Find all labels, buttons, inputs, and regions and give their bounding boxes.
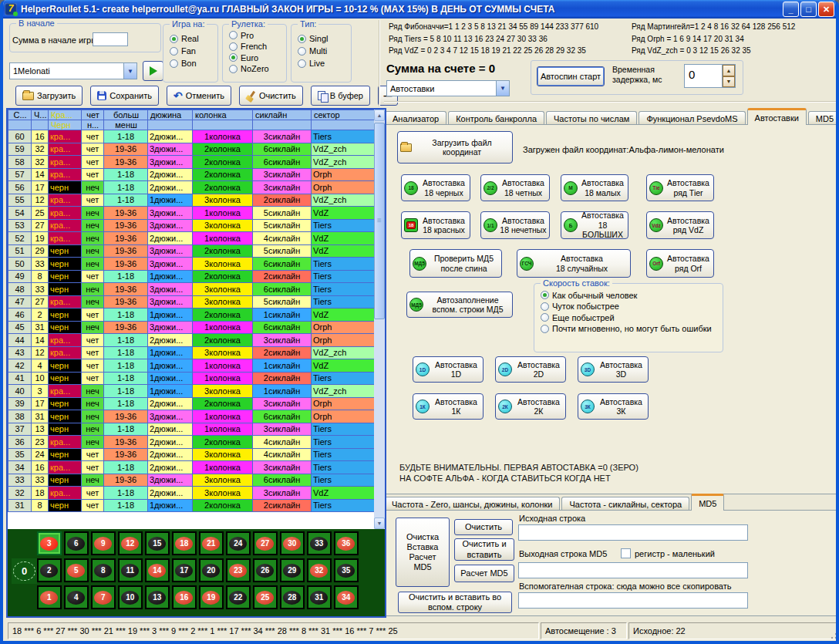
table-row[interactable]: 3416кра...чет1-182дюжи...1колонка3сиклай… [8, 461, 375, 474]
table-row[interactable]: 5512кра...чет1-181дюжи...3колонка2сиклай… [8, 194, 375, 207]
board-number-10[interactable]: 10 [118, 585, 143, 609]
toolbar-floppy-button[interactable]: Сохранить [90, 86, 159, 106]
autobet-2d-button[interactable]: 2DАвтоставка2D [495, 356, 566, 383]
table-scrollbar[interactable]: ▲ ▼ [374, 110, 385, 529]
board-number-24[interactable]: 24 [226, 531, 251, 555]
board-number-34[interactable]: 34 [334, 585, 359, 609]
maximize-button[interactable]: □ [800, 2, 817, 17]
autobet-3d-button[interactable]: 3DАвтоставка3D [578, 356, 649, 383]
radio-option[interactable]: Multi [298, 46, 351, 56]
table-row[interactable]: 4312кра...чет1-181дюжи...3колонка2сиклай… [8, 346, 375, 359]
board-number-26[interactable]: 26 [253, 558, 278, 582]
tab-автоставки[interactable]: Автоставки [747, 108, 807, 125]
resize-grip[interactable] [828, 630, 838, 640]
board-number-14[interactable]: 14 [145, 558, 170, 582]
table-row[interactable]: 4110чернчет1-181дюжи...1колонка2сиклайнT… [8, 372, 375, 385]
autospin-start-button[interactable]: Автоспин старт [537, 66, 605, 86]
radio-option[interactable]: Euro [229, 53, 286, 62]
table-row[interactable]: 5832кра...чет19-363дюжи...2колонка6сикла… [8, 156, 375, 169]
board-number-32[interactable]: 32 [307, 558, 332, 582]
radio-icon[interactable] [229, 31, 238, 39]
radio-option[interactable]: Как обычный человек [541, 291, 723, 300]
autobet-18-random-button[interactable]: ГСЧАвтоставка18 случайных [517, 249, 631, 278]
radio-icon[interactable] [541, 302, 549, 311]
table-row[interactable]: 3333черннеч19-363дюжи...3колонка6сиклайн… [8, 474, 375, 487]
close-button[interactable]: ✕ [818, 2, 834, 17]
radio-option[interactable]: NoZero [229, 64, 286, 73]
md5-big-button[interactable]: Очистка Вставка Расчет MD5 [396, 518, 450, 587]
toolbar-folder-button[interactable]: Загрузить [15, 86, 83, 106]
radio-option[interactable]: Live [298, 59, 351, 68]
board-number-8[interactable]: 8 [91, 558, 116, 582]
delay-spinner[interactable]: 0 ▲ ▼ [684, 64, 736, 88]
table-row[interactable]: 5327кра...неч19-363дюжи...3колонка5сикла… [8, 219, 375, 232]
table-row[interactable]: 3713черннеч1-182дюжи...1колонка3сиклайнT… [8, 423, 375, 436]
board-number-9[interactable]: 9 [91, 531, 116, 555]
board-number-6[interactable]: 6 [64, 531, 89, 555]
table-row[interactable]: 4833черннеч19-363дюжи...3колонка6сиклайн… [8, 283, 375, 296]
clear-paste-aux-button[interactable]: Очистить и вставить во вспом. строку [398, 592, 512, 613]
radio-icon[interactable] [298, 47, 306, 56]
board-number-35[interactable]: 35 [334, 558, 359, 582]
radio-option[interactable]: Bon [170, 59, 217, 68]
table-row[interactable]: 5129черннеч19-363дюжи...2колонка5сиклайн… [8, 244, 375, 258]
board-number-21[interactable]: 21 [199, 531, 224, 555]
board-number-2[interactable]: 2 [37, 558, 62, 582]
table-row[interactable]: 4531черннеч19-363дюжи...1колонка6сиклайн… [8, 321, 375, 334]
chevron-down-icon[interactable]: ▼ [123, 63, 136, 79]
radio-icon[interactable] [541, 325, 549, 333]
radio-icon[interactable] [229, 42, 238, 51]
table-row[interactable]: 3623кра...неч19-362дюжи...2колонка4сикла… [8, 436, 375, 449]
board-number-16[interactable]: 16 [172, 585, 197, 609]
board-number-30[interactable]: 30 [280, 531, 305, 555]
autobet-1d-button[interactable]: 1DАвтоставка1D [413, 356, 484, 383]
aux-string-input[interactable] [518, 592, 748, 609]
board-number-17[interactable]: 17 [172, 558, 197, 582]
radio-icon[interactable] [170, 47, 178, 56]
board-number-25[interactable]: 25 [253, 585, 278, 609]
tab-частота-zero-шансы-дюжины-колонки[interactable]: Частота - Zero, шансы, дюжины, колонки [384, 497, 560, 511]
tab-частоты-по-числам[interactable]: Частоты по числам [546, 111, 637, 125]
board-number-36[interactable]: 36 [334, 531, 359, 555]
radio-option[interactable]: Fan [170, 46, 217, 56]
board-number-11[interactable]: 11 [118, 558, 143, 582]
autobet-2k-button[interactable]: 2КАвтоставка2К [495, 393, 566, 420]
start-sum-input[interactable] [93, 32, 128, 46]
board-number-1[interactable]: 1 [37, 585, 62, 609]
autobet-row-vdz-button[interactable]: VdzАвтоставкаряд VdZ [646, 211, 714, 239]
board-number-33[interactable]: 33 [307, 531, 332, 555]
board-number-18[interactable]: 18 [172, 531, 197, 555]
autofill-md5-aux-string-button[interactable]: МД5Автозаполнениевспом. строки МД5 [406, 292, 513, 318]
autobet-18-red-button[interactable]: 18Автоставка18 красных [401, 211, 470, 239]
table-row[interactable]: 5932кра...чет19-363дюжи...2колонка6сикла… [8, 143, 375, 156]
radio-icon[interactable] [170, 59, 178, 68]
radio-icon[interactable] [229, 53, 238, 62]
autobet-mode-combobox[interactable]: Автоставки ▼ [386, 80, 510, 96]
chevron-down-icon[interactable]: ▼ [496, 81, 509, 96]
autobet-1k-button[interactable]: 1КАвтоставка1К [413, 393, 484, 420]
radio-option[interactable]: Singl [298, 34, 351, 43]
radio-icon[interactable] [298, 59, 306, 68]
table-row[interactable]: 318чернчет1-181дюжи...2колонка2сиклайнTi… [8, 499, 375, 512]
board-number-29[interactable]: 29 [280, 558, 305, 582]
radio-option[interactable]: French [229, 42, 286, 51]
autobet-3k-button[interactable]: 3КАвтоставка3К [578, 393, 649, 420]
tab-контроль-банкролла[interactable]: Контроль банкролла [448, 111, 544, 125]
clear-paste-button[interactable]: Очистить и вставить [454, 538, 514, 561]
board-number-22[interactable]: 22 [226, 585, 251, 609]
radio-option[interactable]: Почти мгновенно, но могут быть ошибки [541, 324, 723, 333]
board-number-12[interactable]: 12 [118, 531, 143, 555]
tab-md5[interactable]: MD5 [808, 111, 839, 125]
board-number-23[interactable]: 23 [226, 558, 251, 582]
board-number-0[interactable]: 0 [12, 558, 37, 584]
table-row[interactable]: 6016кра...чет1-182дюжи...1колонка3сиклай… [8, 130, 375, 143]
table-row[interactable]: 5219кра...неч19-362дюжи...1колонка4сикла… [8, 232, 375, 245]
autobet-18-black-button[interactable]: 18Автоставка18 черных [401, 174, 470, 201]
tab-анализатор[interactable]: Анализатор [385, 111, 446, 125]
calc-md5-button[interactable]: Расчет MD5 [454, 565, 514, 582]
autobet-row-tier-button[interactable]: TieАвтоставкаряд Tier [646, 174, 714, 201]
autobet-18-big-button[interactable]: БАвтоставка18 БОЛЬШИХ [561, 211, 628, 239]
scrollbar-thumb[interactable] [374, 123, 385, 319]
board-number-3[interactable]: 3 [37, 531, 62, 555]
toolbar-undo-button[interactable]: ↶Отменить [167, 86, 231, 106]
